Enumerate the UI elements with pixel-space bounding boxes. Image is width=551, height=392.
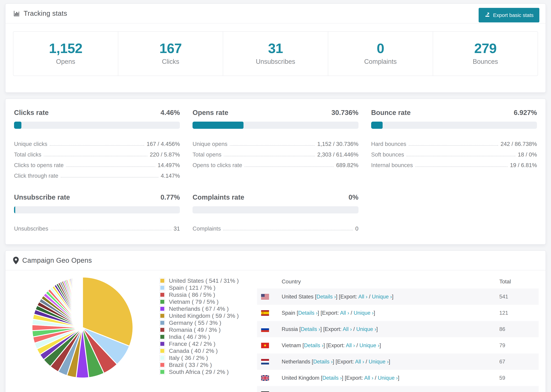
export-unique-link[interactable]: Unique ›: [359, 343, 379, 348]
export-unique-link[interactable]: Unique ›: [369, 359, 389, 365]
details-link[interactable]: Details ›: [301, 326, 320, 332]
rate-row: Opens to clicks rate 689.82%: [192, 158, 358, 168]
geo-opens-header: Campaign Geo Opens: [6, 251, 545, 270]
stat-cell-complaints: 0 Complaints: [328, 32, 433, 76]
geo-opens-title-text: Campaign Geo Opens: [22, 257, 92, 264]
dotted-leader: [409, 145, 498, 146]
legend-item-united-states: United States ( 541 / 31% ): [160, 277, 255, 284]
legend-item-netherlands: Netherlands ( 67 / 4% ): [160, 305, 255, 312]
dotted-leader: [406, 156, 516, 156]
legend-label: Romania ( 49 / 3% ): [169, 327, 221, 333]
rate-value: 0%: [349, 193, 359, 201]
flag-icon-nl: [261, 359, 269, 364]
rate-block-clicks-rate: Clicks rate 4.46% Unique clicks 167 / 4.…: [14, 109, 180, 179]
rate-row: Complaints 0: [192, 221, 358, 232]
table-row-gb: United Kingdom [Details ›] [Export: All …: [257, 370, 539, 386]
rate-progress-bar: [371, 122, 537, 129]
rate-row: Internal bounces 19 / 6.81%: [371, 158, 537, 168]
dotted-leader: [44, 156, 148, 156]
stat-value: 167: [120, 41, 221, 56]
rate-progress-bar: [14, 122, 180, 129]
legend-item-vietnam: Vietnam ( 79 / 5% ): [160, 298, 255, 305]
rate-row-label: Opens to clicks rate: [192, 162, 242, 168]
export-all-link[interactable]: All ›: [355, 359, 364, 365]
rate-row-value: 4.147%: [161, 173, 180, 179]
rate-row-label: Total opens: [192, 151, 221, 158]
export-unique-link[interactable]: Unique ›: [372, 294, 392, 300]
tracking-stats-title-text: Tracking stats: [24, 10, 67, 17]
geo-table: Country Total United States [Details ›] …: [257, 274, 539, 392]
geo-total-value: 86: [499, 326, 539, 332]
stat-label: Opens: [15, 58, 116, 65]
flag-icon-gb: [261, 375, 269, 381]
export-unique-link[interactable]: Unique ›: [353, 310, 374, 316]
rate-row: Total opens 2,303 / 61.446%: [192, 147, 358, 158]
geo-opens-card: Campaign Geo Opens United States ( 541 /…: [5, 250, 546, 392]
geo-table-header: Country Total: [257, 274, 539, 288]
geo-opens-title: Campaign Geo Opens: [13, 257, 92, 264]
stat-label: Clicks: [120, 58, 221, 65]
tracking-stats-card: Tracking stats Export basic stats 1,152 …: [5, 3, 546, 93]
stat-label: Complaints: [330, 58, 431, 65]
legend-label: United Kingdom ( 59 / 3% ): [169, 313, 239, 319]
export-unique-link[interactable]: Unique ›: [356, 326, 376, 332]
rate-row-value: 242 / 86.738%: [501, 141, 537, 147]
export-all-link[interactable]: All ›: [340, 310, 349, 316]
details-link[interactable]: Details ›: [304, 343, 323, 348]
rate-progress-fill: [371, 122, 383, 129]
export-all-link[interactable]: All ›: [358, 294, 367, 300]
export-all-link[interactable]: All ›: [364, 375, 373, 381]
rate-row-label: Unsubscribes: [14, 225, 48, 232]
legend-swatch: [160, 369, 165, 375]
rate-title: Bounce rate: [371, 109, 411, 117]
stat-cell-clicks: 167 Clicks: [118, 32, 223, 76]
flag-icon-es: [261, 310, 269, 316]
table-row-us: United States [Details ›] [Export: All ›…: [257, 288, 539, 305]
legend-item-germany: Germany ( 55 / 3% ): [160, 319, 255, 326]
country-cell: United Kingdom [Details ›] [Export: All …: [282, 375, 499, 381]
export-all-link[interactable]: All ›: [346, 343, 355, 348]
geo-th-total: Total: [499, 279, 539, 285]
rate-row-value: 689.82%: [336, 162, 358, 168]
legend-swatch: [160, 355, 165, 361]
rate-row: Unsubscribes 31: [14, 221, 180, 232]
dotted-leader: [224, 156, 315, 156]
tracking-stats-title: Tracking stats: [13, 10, 67, 17]
rate-row-value: 167 / 4.456%: [147, 141, 180, 147]
rate-row-label: Click through rate: [14, 173, 58, 179]
rate-row-value: 18 / 0%: [518, 151, 537, 158]
legend-label: South Africa ( 29 / 2% ): [169, 369, 229, 375]
details-link[interactable]: Details ›: [298, 310, 318, 316]
rate-title: Clicks rate: [14, 109, 49, 117]
rate-title: Complaints rate: [192, 193, 244, 201]
legend-swatch: [160, 313, 165, 319]
legend-label: Netherlands ( 67 / 4% ): [169, 305, 229, 312]
details-link[interactable]: Details ›: [313, 359, 333, 365]
country-cell: United States [Details ›] [Export: All ›…: [282, 294, 499, 300]
legend-swatch: [160, 320, 165, 326]
legend-item-south-africa: South Africa ( 29 / 2% ): [160, 368, 255, 375]
rate-progress-fill: [192, 122, 243, 129]
details-link[interactable]: Details ›: [322, 375, 342, 381]
rate-row-value: 0: [355, 225, 358, 232]
export-all-link[interactable]: All ›: [343, 326, 352, 332]
rate-head: Bounce rate 6.927%: [371, 109, 537, 117]
legend-label: United States ( 541 / 31% ): [169, 277, 239, 284]
export-unique-link[interactable]: Unique ›: [378, 375, 398, 381]
pie-slice: [82, 277, 83, 328]
country-cell: Spain [Details ›] [Export: All › / Uniqu…: [282, 310, 499, 316]
rate-rows: Complaints 0: [192, 221, 358, 232]
rate-progress-bar: [14, 206, 180, 213]
rate-row: Unique clicks 167 / 4.456%: [14, 137, 180, 147]
rate-title: Unsubscribe rate: [14, 193, 70, 201]
dotted-leader: [61, 177, 158, 177]
legend-swatch: [160, 299, 165, 305]
export-basic-stats-button[interactable]: Export basic stats: [479, 8, 539, 22]
rate-row-label: Unique clicks: [14, 141, 47, 147]
geo-th-country: Country: [282, 279, 499, 285]
pie-svg: [29, 274, 135, 381]
dotted-leader: [245, 166, 334, 167]
legend-swatch: [160, 292, 165, 298]
details-link[interactable]: Details ›: [316, 294, 336, 300]
rate-value: 30.736%: [332, 109, 359, 117]
